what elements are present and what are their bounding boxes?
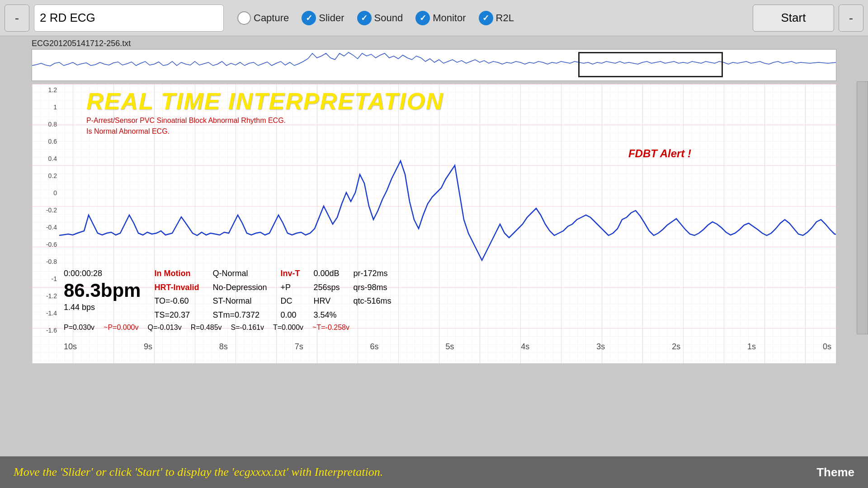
slider-label: Slider <box>319 12 344 24</box>
r2l-label: R2L <box>496 12 514 24</box>
main-area: ECG201205141712-256.txt <box>0 36 868 364</box>
sound-option[interactable]: Sound <box>357 11 403 25</box>
x-axis: 10s 9s 8s 7s 6s 5s 4s 3s 2s 1s 0s <box>59 338 836 363</box>
minus-right-button[interactable]: - <box>839 5 863 32</box>
ecg-overview-strip[interactable] <box>32 49 836 81</box>
sound-label: Sound <box>374 12 403 24</box>
capture-radio[interactable] <box>237 11 251 25</box>
right-scrollbar[interactable] <box>857 81 868 334</box>
title-input[interactable] <box>34 5 224 32</box>
theme-button[interactable]: Theme <box>816 465 854 479</box>
header-bar: - Capture Slider Sound Monitor R2L Start… <box>0 0 868 36</box>
toolbar-options: Capture Slider Sound Monitor R2L <box>237 11 748 25</box>
monitor-check[interactable] <box>415 11 430 25</box>
minus-left-button[interactable]: - <box>5 5 29 32</box>
monitor-option[interactable]: Monitor <box>415 11 466 25</box>
help-text: Move the 'Slider' or click 'Start' to di… <box>14 465 383 479</box>
ecg-main-chart: 1.2 1 0.8 0.6 0.4 0.2 0 -0.2 -0.4 -0.6 -… <box>32 84 836 364</box>
slider-option[interactable]: Slider <box>302 11 344 25</box>
ecg-grid-svg <box>32 84 836 363</box>
r2l-option[interactable]: R2L <box>479 11 514 25</box>
r2l-check[interactable] <box>479 11 493 25</box>
sound-check[interactable] <box>357 11 372 25</box>
slider-check[interactable] <box>302 11 316 25</box>
capture-label: Capture <box>254 12 289 24</box>
capture-option[interactable]: Capture <box>237 11 289 25</box>
start-button[interactable]: Start <box>753 5 834 32</box>
filename-label: ECG201205141712-256.txt <box>5 36 863 49</box>
monitor-label: Monitor <box>433 12 466 24</box>
overview-ecg-svg <box>32 50 836 80</box>
bottom-bar: Move the 'Slider' or click 'Start' to di… <box>0 456 868 488</box>
fdbt-alert-text: FDBT Alert ! <box>628 147 691 160</box>
